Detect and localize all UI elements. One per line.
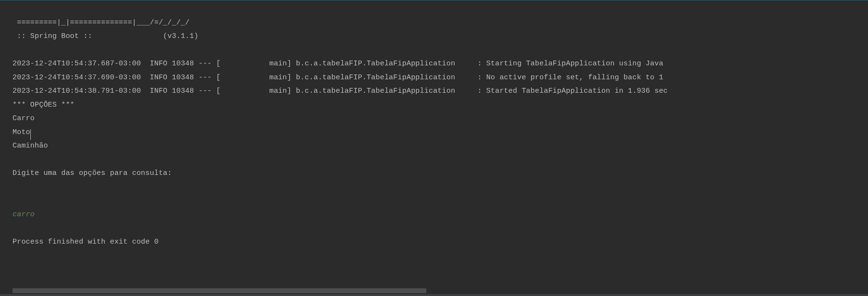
exit-message: Process finished with exit code 0 <box>13 235 868 249</box>
banner-line: =========|_|==============|___/=/_/_/_/ <box>13 16 868 30</box>
prompt-line: Digite uma das opções para consulta: <box>13 167 868 181</box>
blank-line <box>13 181 868 195</box>
cursor-position: Moto <box>13 128 30 136</box>
log-line: 2023-12-24T10:54:37.687-03:00 INFO 10348… <box>13 57 868 71</box>
blank-line <box>13 222 868 235</box>
user-input-line: carro <box>13 208 868 222</box>
option-item: Caminhão <box>13 139 868 153</box>
blank-line <box>13 44 868 58</box>
console-output[interactable]: =========|_|==============|___/=/_/_/_/ … <box>0 0 868 286</box>
option-item: Carro <box>13 112 868 126</box>
log-line: 2023-12-24T10:54:38.791-03:00 INFO 10348… <box>13 85 868 99</box>
horizontal-scrollbar[interactable] <box>13 288 426 293</box>
log-line: 2023-12-24T10:54:37.690-03:00 INFO 10348… <box>13 71 868 85</box>
blank-line <box>13 194 868 208</box>
options-header: *** OPÇÕES *** <box>13 99 868 112</box>
option-item: Moto <box>13 126 868 140</box>
console-panel: =========|_|==============|___/=/_/_/_/ … <box>0 0 868 296</box>
banner-line: :: Spring Boot :: (v3.1.1) <box>13 30 868 44</box>
bottom-status-bar <box>0 294 868 296</box>
blank-line <box>13 153 868 167</box>
